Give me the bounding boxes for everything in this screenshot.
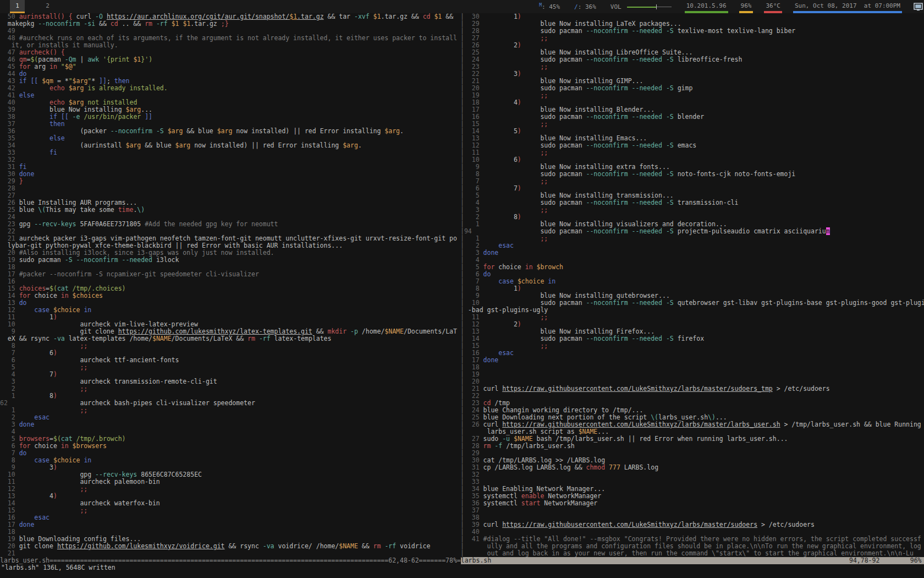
code-line: | 19 ;; [460,92,924,99]
statusbar-modules: M: 45% /: 36% VOL 10.201.5.96 96% 36°C S… [526,0,924,13]
code-line: | 15 ;; [460,121,924,128]
code-line: | 11 ;; [460,149,924,156]
code-line: 6 for choice in $browsers [0,443,460,450]
code-line: | 23 ;; [460,63,924,70]
display-icon[interactable] [914,3,923,11]
code-line: 38 if [[ -e /usr/bin/packer ]] [0,113,460,121]
code-line: | 32 [460,471,924,478]
workspace-2-button[interactable]: 2 [40,0,55,13]
code-line: | 31 cp /LARBS.log LARBS.log && chmod 77… [460,464,924,471]
code-line: | 3 ;; [460,206,924,214]
code-line: | 22 [460,392,924,400]
code-line: 5 ;; [0,364,460,371]
ip-address: 10.201.5.96 [685,0,728,13]
volume-slider-fill [627,7,656,8]
code-line: | 11 ;; [460,314,924,321]
code-line: 14 for choice in $choices [0,292,460,299]
code-line: 25 blue \(This may take some time.\) [0,206,460,214]
code-line: | 18 [460,364,924,371]
code-line: | 1 ;; [460,235,924,242]
code-line: | 21 curl https://raw.githubusercontent.… [460,385,924,392]
vim-statuslines: larbs_user.sh===========================… [0,557,924,564]
vim-right-window[interactable]: | 30 1)| 29 blue Now installing LaTeX pa… [460,13,924,557]
code-line: 19 sudo pacman -S --noconfirm --needed i… [0,257,460,264]
datetime: Sun, Oct 08, 2017 at 07:00PM [793,0,902,13]
code-line: | 15 ;; [460,342,924,350]
temperature-indicator: 36°C [764,0,782,13]
code-line: | 7 case $choice in [460,278,924,285]
code-line: 30 done [0,171,460,178]
code-line: makepkg --noconfirm -si && cd .. && rm -… [0,20,460,28]
code-line: it, or installs it manually. [0,42,460,49]
disk-indicator: /: 36% [573,0,598,13]
code-line: 17 done [0,521,460,528]
battery-indicator: 96% [739,0,754,13]
code-line: 29 } [0,178,460,185]
memory-indicator: M: 45% [537,0,562,13]
volume-label: VOL [610,3,622,10]
memory-icon: M [539,3,542,8]
code-line: 8 case $choice in [0,457,460,464]
code-line: | 27 ;; [460,35,924,42]
code-line: 31 fi [0,163,460,171]
code-line: | 2 esac [460,242,924,249]
code-line: 8 ;; [0,342,460,350]
statusline-active: larbs.sh 94,78-92 96% [461,557,924,564]
code-line: 32 [0,156,460,163]
volume-slider-track [657,7,672,7]
workspace-1-button[interactable]: 1 [10,0,25,13]
code-line: 2 ;; [0,385,460,392]
code-line: | 39 curl https://raw.githubusercontent.… [460,521,924,528]
code-line: | 19 [460,371,924,378]
code-line: | 28 rm -f /tmp/larbs_user.sh [460,443,924,450]
volume-indicator: VOL [609,0,674,13]
code-line: 20 git clone https://github.com/lukesmit… [0,543,460,550]
status-bar: 1 2 M: 45% /: 36% VOL 10.201.5.96 96% 36… [0,0,924,13]
systray [902,0,924,13]
code-line: 1 ;; [0,407,460,414]
code-line: | 5 for choice in $browch [460,264,924,271]
code-line: | 37 [460,507,924,514]
vim-command-line: "larbs.sh" 136L, 5648C written [1,564,116,571]
code-line: 12 ;; [0,486,460,493]
vim-left-window[interactable]: 50 aurinstall() { curl -O https://aur.ar… [0,13,460,557]
code-line: 12 case $choice in [0,307,460,314]
code-line: 36 (packer --noconfirm -S $arg && blue $… [0,128,460,135]
topbar-spacer [0,0,10,13]
volume-slider[interactable] [627,4,672,9]
code-line: | 36 systemctl start NetworkManager [460,500,924,507]
topbar-spacer-2 [25,0,40,13]
code-line: 2 esac [0,414,460,421]
code-line: 16 esac [0,514,460,521]
code-line: 28 [0,185,460,192]
code-line: | 17 done [460,357,924,364]
code-line: 34 (aurinstall $arg && blue $arg now ins… [0,142,460,149]
code-line: 3 done [0,421,460,428]
code-line: 45 for arg in "$@" [0,63,460,70]
code-line: | 7 ;; [460,178,924,185]
code-line: 42 echo $arg is already installed. [0,85,460,92]
code-line: | 16 esac [460,350,924,357]
code-line: 23 gpg --recv-keys 5FAF0A6EE7371805 #Add… [0,221,460,228]
code-line: | 3 done [460,249,924,257]
code-line: 17 #packer --noconfirm -S ncpamixer-git … [0,271,460,278]
code-line: 33 fi [0,149,460,156]
disk-icon: / [574,3,578,10]
code-line: 15 ;; [0,507,460,514]
